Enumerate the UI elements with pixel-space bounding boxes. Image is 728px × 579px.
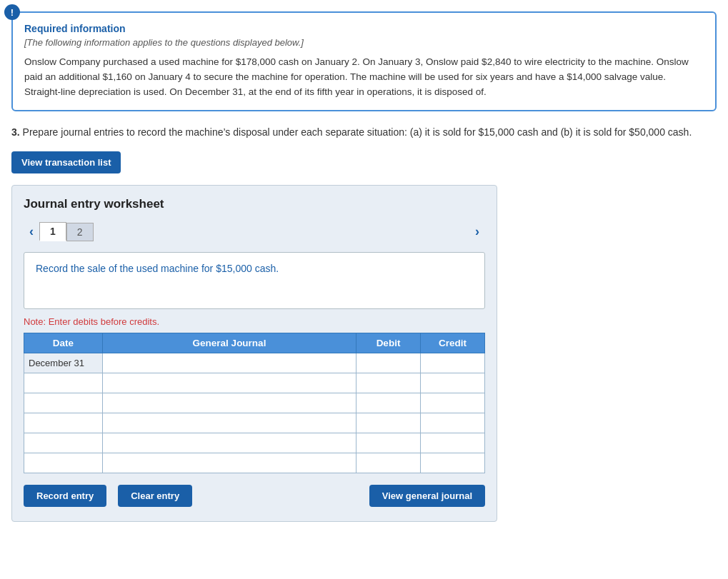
- table-row: [24, 393, 485, 413]
- tab-navigation: ‹ 1 2 ›: [24, 221, 485, 242]
- tab-prev-arrow[interactable]: ‹: [24, 221, 39, 242]
- debit-input[interactable]: [356, 433, 420, 453]
- clear-entry-button[interactable]: Clear entry: [118, 485, 192, 507]
- col-header-debit: Debit: [356, 333, 421, 353]
- credit-cell[interactable]: [421, 433, 485, 453]
- date-input[interactable]: [24, 373, 102, 393]
- col-header-date: Date: [24, 333, 103, 353]
- journal-table: Date General Journal Debit Credit Decemb…: [24, 333, 485, 473]
- debit-input[interactable]: [356, 373, 420, 393]
- journal-cell[interactable]: [103, 433, 356, 453]
- question-body: Prepare journal entries to record the ma…: [20, 126, 692, 138]
- tab-2[interactable]: 2: [66, 223, 94, 241]
- debit-input[interactable]: [356, 413, 420, 433]
- date-cell: December 31: [24, 353, 103, 373]
- record-entry-button[interactable]: Record entry: [24, 485, 106, 507]
- col-header-credit: Credit: [421, 333, 485, 353]
- debit-input[interactable]: [356, 353, 420, 373]
- credit-input[interactable]: [421, 433, 484, 453]
- debit-cell[interactable]: [356, 413, 421, 433]
- info-box-subtitle: [The following information applies to th…: [24, 37, 704, 48]
- debit-cell[interactable]: [356, 353, 421, 373]
- debit-input[interactable]: [356, 453, 420, 473]
- credit-input[interactable]: [421, 453, 484, 473]
- journal-input[interactable]: [103, 353, 356, 373]
- table-row: [24, 453, 485, 473]
- credit-cell[interactable]: [421, 393, 485, 413]
- credit-cell[interactable]: [421, 353, 485, 373]
- instruction-box: Record the sale of the used machine for …: [24, 252, 485, 309]
- info-box: ! Required information [The following in…: [11, 11, 717, 111]
- credit-cell[interactable]: [421, 373, 485, 393]
- question-number: 3.: [11, 126, 20, 138]
- date-input[interactable]: [24, 393, 102, 413]
- journal-input[interactable]: [103, 413, 356, 433]
- credit-input[interactable]: [421, 373, 484, 393]
- debit-cell[interactable]: [356, 433, 421, 453]
- journal-cell[interactable]: [103, 393, 356, 413]
- date-cell[interactable]: [24, 453, 103, 473]
- tab-1[interactable]: 1: [39, 222, 66, 241]
- col-header-general-journal: General Journal: [103, 333, 356, 353]
- table-row: [24, 433, 485, 453]
- debit-input[interactable]: [356, 393, 420, 413]
- journal-cell[interactable]: [103, 353, 356, 373]
- worksheet-title: Journal entry worksheet: [24, 197, 485, 211]
- journal-cell[interactable]: [103, 453, 356, 473]
- credit-input[interactable]: [421, 393, 484, 413]
- date-input[interactable]: [24, 453, 102, 473]
- credit-cell[interactable]: [421, 453, 485, 473]
- instruction-text: Record the sale of the used machine for …: [36, 263, 279, 274]
- worksheet-container: Journal entry worksheet ‹ 1 2 › Record t…: [11, 185, 497, 522]
- journal-input[interactable]: [103, 373, 356, 393]
- journal-input[interactable]: [103, 453, 356, 473]
- date-cell[interactable]: [24, 433, 103, 453]
- view-transaction-list-button[interactable]: View transaction list: [11, 151, 121, 173]
- journal-cell[interactable]: [103, 373, 356, 393]
- date-input[interactable]: [24, 413, 102, 433]
- table-row: December 31: [24, 353, 485, 373]
- view-general-journal-button[interactable]: View general journal: [369, 485, 485, 507]
- question-text: 3. Prepare journal entries to record the…: [11, 124, 717, 140]
- date-cell[interactable]: [24, 373, 103, 393]
- info-box-title: Required information: [24, 23, 704, 34]
- credit-input[interactable]: [421, 413, 484, 433]
- info-icon: !: [4, 4, 20, 20]
- credit-input[interactable]: [421, 353, 484, 373]
- debit-cell[interactable]: [356, 453, 421, 473]
- tab-next-arrow[interactable]: ›: [469, 221, 485, 242]
- journal-input[interactable]: [103, 433, 356, 453]
- date-input[interactable]: [24, 433, 102, 453]
- debit-cell[interactable]: [356, 393, 421, 413]
- journal-cell[interactable]: [103, 413, 356, 433]
- debit-cell[interactable]: [356, 373, 421, 393]
- credit-cell[interactable]: [421, 413, 485, 433]
- journal-input[interactable]: [103, 393, 356, 413]
- date-cell[interactable]: [24, 393, 103, 413]
- table-row: [24, 413, 485, 433]
- date-cell[interactable]: [24, 413, 103, 433]
- info-box-body: Onslow Company purchased a used machine …: [24, 55, 704, 100]
- note-text: Note: Enter debits before credits.: [24, 316, 485, 327]
- table-row: [24, 373, 485, 393]
- bottom-buttons: Record entry Clear entry View general jo…: [24, 485, 485, 507]
